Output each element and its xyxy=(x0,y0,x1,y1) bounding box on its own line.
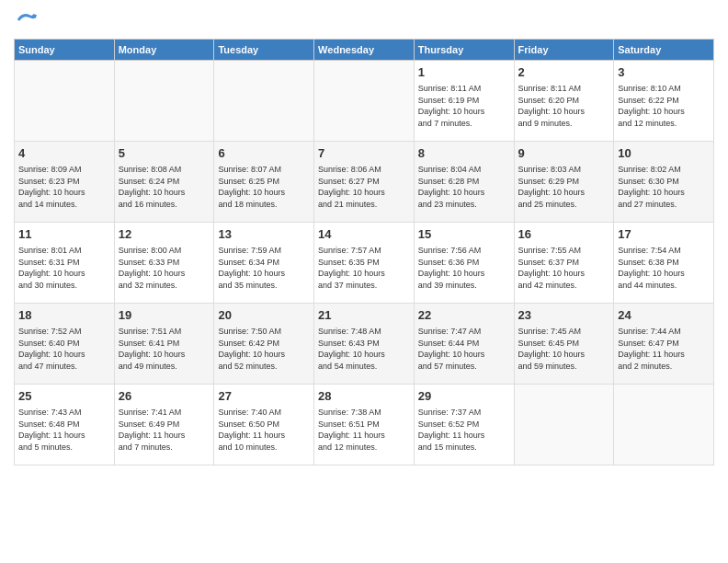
weekday-header-friday: Friday xyxy=(514,40,614,61)
calendar-cell: 14Sunrise: 7:57 AM Sunset: 6:35 PM Dayli… xyxy=(314,223,415,304)
day-number: 13 xyxy=(218,226,310,243)
day-info: Sunrise: 7:50 AM Sunset: 6:42 PM Dayligh… xyxy=(218,326,310,372)
weekday-header-monday: Monday xyxy=(114,40,214,61)
calendar-cell: 26Sunrise: 7:41 AM Sunset: 6:49 PM Dayli… xyxy=(114,385,214,465)
weekday-header-sunday: Sunday xyxy=(15,40,115,61)
svg-rect-0 xyxy=(14,9,41,31)
day-info: Sunrise: 8:06 AM Sunset: 6:27 PM Dayligh… xyxy=(318,164,410,210)
day-number: 10 xyxy=(618,145,710,162)
day-number: 6 xyxy=(218,145,310,162)
day-number: 28 xyxy=(318,388,410,405)
calendar-cell: 29Sunrise: 7:37 AM Sunset: 6:52 PM Dayli… xyxy=(414,385,514,465)
logo xyxy=(14,9,43,31)
day-info: Sunrise: 7:55 AM Sunset: 6:37 PM Dayligh… xyxy=(518,245,610,291)
day-info: Sunrise: 7:59 AM Sunset: 6:34 PM Dayligh… xyxy=(218,245,310,291)
day-number: 12 xyxy=(119,226,210,243)
day-number: 21 xyxy=(318,307,410,324)
calendar-cell: 3Sunrise: 8:10 AM Sunset: 6:22 PM Daylig… xyxy=(614,61,714,142)
day-info: Sunrise: 7:52 AM Sunset: 6:40 PM Dayligh… xyxy=(18,326,110,372)
day-number: 20 xyxy=(218,307,310,324)
calendar-cell xyxy=(514,385,614,465)
calendar-cell: 12Sunrise: 8:00 AM Sunset: 6:33 PM Dayli… xyxy=(114,223,214,304)
calendar-cell: 25Sunrise: 7:43 AM Sunset: 6:48 PM Dayli… xyxy=(15,385,115,465)
calendar-cell: 15Sunrise: 7:56 AM Sunset: 6:36 PM Dayli… xyxy=(414,223,514,304)
calendar-cell: 19Sunrise: 7:51 AM Sunset: 6:41 PM Dayli… xyxy=(114,304,214,385)
day-info: Sunrise: 8:10 AM Sunset: 6:22 PM Dayligh… xyxy=(618,83,710,129)
day-number: 25 xyxy=(18,388,110,405)
day-info: Sunrise: 8:04 AM Sunset: 6:28 PM Dayligh… xyxy=(418,164,510,210)
day-number: 14 xyxy=(318,226,410,243)
calendar-cell: 13Sunrise: 7:59 AM Sunset: 6:34 PM Dayli… xyxy=(214,223,314,304)
weekday-header-saturday: Saturday xyxy=(614,40,714,61)
calendar-cell: 11Sunrise: 8:01 AM Sunset: 6:31 PM Dayli… xyxy=(15,223,115,304)
day-number: 4 xyxy=(18,145,110,162)
calendar-cell: 2Sunrise: 8:11 AM Sunset: 6:20 PM Daylig… xyxy=(514,61,614,142)
day-info: Sunrise: 7:43 AM Sunset: 6:48 PM Dayligh… xyxy=(18,407,110,453)
day-info: Sunrise: 7:51 AM Sunset: 6:41 PM Dayligh… xyxy=(119,326,210,372)
calendar-cell xyxy=(314,61,415,142)
day-info: Sunrise: 8:03 AM Sunset: 6:29 PM Dayligh… xyxy=(518,164,610,210)
calendar-cell: 17Sunrise: 7:54 AM Sunset: 6:38 PM Dayli… xyxy=(614,223,714,304)
logo-icon xyxy=(14,9,41,31)
day-number: 18 xyxy=(18,307,110,324)
day-number: 1 xyxy=(418,64,510,81)
day-info: Sunrise: 7:54 AM Sunset: 6:38 PM Dayligh… xyxy=(618,245,710,291)
calendar-cell: 28Sunrise: 7:38 AM Sunset: 6:51 PM Dayli… xyxy=(314,385,415,465)
day-info: Sunrise: 7:47 AM Sunset: 6:44 PM Dayligh… xyxy=(418,326,510,372)
day-number: 9 xyxy=(518,145,610,162)
day-number: 8 xyxy=(418,145,510,162)
day-number: 15 xyxy=(418,226,510,243)
day-number: 23 xyxy=(518,307,610,324)
day-number: 29 xyxy=(418,388,510,405)
day-info: Sunrise: 7:40 AM Sunset: 6:50 PM Dayligh… xyxy=(218,407,310,453)
day-info: Sunrise: 7:48 AM Sunset: 6:43 PM Dayligh… xyxy=(318,326,410,372)
day-info: Sunrise: 7:44 AM Sunset: 6:47 PM Dayligh… xyxy=(618,326,710,372)
day-number: 17 xyxy=(618,226,710,243)
calendar-cell: 24Sunrise: 7:44 AM Sunset: 6:47 PM Dayli… xyxy=(614,304,714,385)
calendar-cell: 22Sunrise: 7:47 AM Sunset: 6:44 PM Dayli… xyxy=(414,304,514,385)
day-number: 7 xyxy=(318,145,410,162)
day-number: 2 xyxy=(518,64,610,81)
calendar-cell xyxy=(214,61,314,142)
weekday-header-row: SundayMondayTuesdayWednesdayThursdayFrid… xyxy=(15,40,714,61)
calendar-cell: 5Sunrise: 8:08 AM Sunset: 6:24 PM Daylig… xyxy=(114,142,214,223)
day-number: 27 xyxy=(218,388,310,405)
day-number: 22 xyxy=(418,307,510,324)
calendar-cell: 8Sunrise: 8:04 AM Sunset: 6:28 PM Daylig… xyxy=(414,142,514,223)
day-info: Sunrise: 7:57 AM Sunset: 6:35 PM Dayligh… xyxy=(318,245,410,291)
day-number: 5 xyxy=(119,145,210,162)
calendar-week-2: 4Sunrise: 8:09 AM Sunset: 6:23 PM Daylig… xyxy=(15,142,714,223)
day-info: Sunrise: 8:08 AM Sunset: 6:24 PM Dayligh… xyxy=(119,164,210,210)
day-info: Sunrise: 8:01 AM Sunset: 6:31 PM Dayligh… xyxy=(18,245,110,291)
day-number: 24 xyxy=(618,307,710,324)
day-number: 26 xyxy=(119,388,210,405)
day-info: Sunrise: 8:11 AM Sunset: 6:20 PM Dayligh… xyxy=(518,83,610,129)
calendar-cell xyxy=(15,61,115,142)
day-info: Sunrise: 8:02 AM Sunset: 6:30 PM Dayligh… xyxy=(618,164,710,210)
day-number: 19 xyxy=(119,307,210,324)
day-info: Sunrise: 7:56 AM Sunset: 6:36 PM Dayligh… xyxy=(418,245,510,291)
day-info: Sunrise: 7:37 AM Sunset: 6:52 PM Dayligh… xyxy=(418,407,510,453)
calendar-week-5: 25Sunrise: 7:43 AM Sunset: 6:48 PM Dayli… xyxy=(15,385,714,465)
calendar-cell xyxy=(114,61,214,142)
header-row xyxy=(14,9,714,31)
day-info: Sunrise: 7:41 AM Sunset: 6:49 PM Dayligh… xyxy=(119,407,210,453)
day-info: Sunrise: 8:11 AM Sunset: 6:19 PM Dayligh… xyxy=(418,83,510,129)
calendar-cell xyxy=(614,385,714,465)
calendar-week-1: 1Sunrise: 8:11 AM Sunset: 6:19 PM Daylig… xyxy=(15,61,714,142)
weekday-header-tuesday: Tuesday xyxy=(214,40,314,61)
calendar-cell: 18Sunrise: 7:52 AM Sunset: 6:40 PM Dayli… xyxy=(15,304,115,385)
calendar-week-4: 18Sunrise: 7:52 AM Sunset: 6:40 PM Dayli… xyxy=(15,304,714,385)
calendar-cell: 7Sunrise: 8:06 AM Sunset: 6:27 PM Daylig… xyxy=(314,142,415,223)
day-number: 16 xyxy=(518,226,610,243)
day-info: Sunrise: 7:38 AM Sunset: 6:51 PM Dayligh… xyxy=(318,407,410,453)
weekday-header-wednesday: Wednesday xyxy=(314,40,415,61)
day-number: 11 xyxy=(18,226,110,243)
calendar-cell: 1Sunrise: 8:11 AM Sunset: 6:19 PM Daylig… xyxy=(414,61,514,142)
calendar-cell: 9Sunrise: 8:03 AM Sunset: 6:29 PM Daylig… xyxy=(514,142,614,223)
calendar-cell: 10Sunrise: 8:02 AM Sunset: 6:30 PM Dayli… xyxy=(614,142,714,223)
calendar-cell: 27Sunrise: 7:40 AM Sunset: 6:50 PM Dayli… xyxy=(214,385,314,465)
weekday-header-thursday: Thursday xyxy=(414,40,514,61)
day-info: Sunrise: 8:07 AM Sunset: 6:25 PM Dayligh… xyxy=(218,164,310,210)
calendar-cell: 23Sunrise: 7:45 AM Sunset: 6:45 PM Dayli… xyxy=(514,304,614,385)
